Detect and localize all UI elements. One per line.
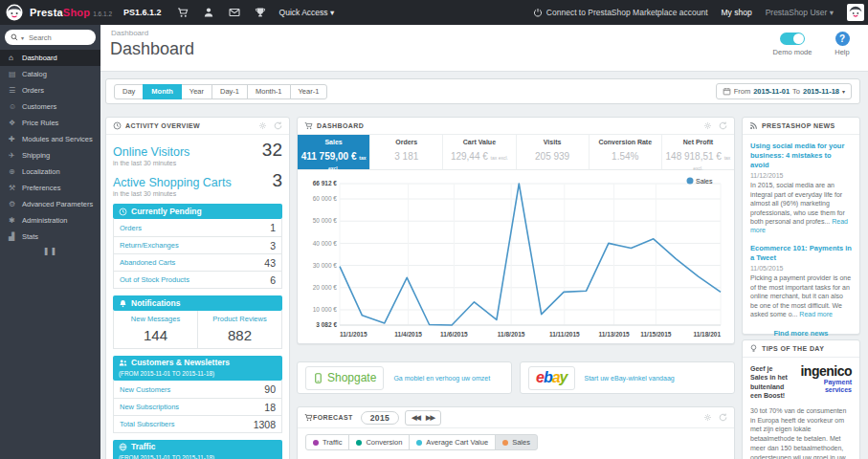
refresh-icon[interactable]	[274, 121, 282, 130]
search-input[interactable]	[27, 33, 82, 43]
shopgate-link[interactable]: Ga mobiel en verhoog uw omzet	[393, 375, 490, 382]
news-item-title[interactable]: Using social media for your business: 4 …	[750, 142, 852, 169]
sidebar-item-localization[interactable]: ⊕Localization	[0, 164, 100, 180]
tips-panel-header: TIPS OF THE DAY	[743, 340, 859, 358]
quick-access-menu[interactable]: Quick Access ▾	[279, 8, 335, 17]
new-customers-row[interactable]: New Customers90	[114, 381, 281, 398]
news-item: Using social media for your business: 4 …	[750, 142, 852, 235]
cart-shortcut-icon[interactable]	[177, 7, 189, 18]
gear-icon[interactable]	[258, 121, 267, 130]
ebay-logo: ebay	[528, 366, 575, 390]
row-value: 6	[270, 274, 276, 286]
sidebar-item-modules[interactable]: ✚Modules and Services	[0, 131, 100, 147]
refresh-icon[interactable]	[719, 121, 727, 130]
sidebar-item-preferences[interactable]: ⚒Preferences	[0, 180, 100, 196]
sidebar-item-administration[interactable]: ✱Administration	[0, 212, 100, 229]
news-panel-title: PRESTASHOP NEWS	[762, 122, 835, 129]
sidebar-collapse-icon[interactable]: ❚❚	[0, 247, 100, 255]
customers-shortcut-icon[interactable]	[203, 7, 214, 18]
refresh-icon[interactable]	[719, 413, 727, 422]
help-button[interactable]: ? Help	[828, 32, 857, 56]
filter-month-button[interactable]: Month	[143, 84, 182, 99]
kpi-tab-cart-value[interactable]: Cart Value129,44 € tax excl.	[443, 135, 516, 169]
kpi-tab-visits[interactable]: Visits205 939	[517, 135, 590, 169]
trophy-shortcut-icon[interactable]	[255, 7, 266, 18]
filter-year-button[interactable]: Year	[181, 84, 212, 99]
stats-icon: ▟	[9, 232, 22, 241]
search-icon	[11, 33, 18, 41]
filter-year-1-button[interactable]: Year-1	[290, 84, 328, 99]
legend-label: Traffic	[323, 438, 342, 447]
sales-line-chart[interactable]: 3 082 €10 000 €20 000 €30 000 €40 000 €5…	[305, 172, 726, 340]
demo-mode-toggle[interactable]	[780, 33, 805, 45]
gear-icon[interactable]	[703, 121, 712, 130]
legend-average-cart-value-button[interactable]: Average Cart Value	[409, 434, 496, 450]
next-year-icon[interactable]: ▶▶	[426, 414, 434, 422]
ebay-banner[interactable]: ebay Start uw eBay-winkel vandaag	[520, 361, 735, 394]
row-value: 1308	[254, 419, 276, 430]
kpi-tab-conversion-rate[interactable]: Conversion Rate1.54%	[590, 135, 662, 169]
legend-traffic-button[interactable]: Traffic	[305, 434, 349, 450]
new-subscriptions-row[interactable]: New Subscriptions18	[114, 398, 281, 415]
prestashop-logo-icon[interactable]	[6, 4, 23, 21]
search-scope-caret-icon[interactable]: ▾	[21, 34, 24, 41]
news-item-excerpt: Picking a payment provider is one of the…	[750, 273, 852, 318]
from-label: From	[734, 87, 751, 96]
news-item-title[interactable]: Ecommerce 101: Payments in a Tweet	[750, 244, 852, 263]
new-messages-cell[interactable]: New Messages144	[114, 311, 197, 348]
messages-shortcut-icon[interactable]	[229, 7, 240, 18]
phone-icon	[313, 372, 323, 384]
svg-text:11/6/2015: 11/6/2015	[440, 331, 468, 338]
product-reviews-cell[interactable]: Product Reviews882	[197, 311, 281, 348]
legend-conversion-button[interactable]: Conversion	[348, 434, 410, 450]
traffic-title: Traffic	[131, 442, 156, 452]
sidebar-search[interactable]: ▾	[5, 30, 96, 45]
ingenico-logo[interactable]: ingenico Payment services	[792, 364, 852, 401]
kpi-label: Sales	[298, 139, 369, 145]
customers-icon: ☺	[9, 102, 22, 111]
lightbulb-icon	[749, 344, 758, 353]
filter-month-1-button[interactable]: Month-1	[247, 84, 291, 99]
my-shop-link[interactable]: My shop	[722, 8, 752, 17]
pending-row-orders[interactable]: Orders1	[114, 219, 281, 236]
shopgate-banner[interactable]: Shopgate Ga mobiel en verhoog uw omzet	[297, 361, 512, 394]
forecast-year-pill[interactable]: 2015	[361, 411, 400, 425]
user-avatar[interactable]	[847, 4, 864, 21]
filter-day-button[interactable]: Day	[114, 84, 144, 99]
sidebar-item-orders[interactable]: ☰Orders	[0, 82, 100, 98]
find-more-news-link[interactable]: Find more news	[750, 329, 852, 338]
legend-sales-button[interactable]: Sales	[495, 434, 538, 450]
gear-icon[interactable]	[703, 413, 712, 422]
ebay-link[interactable]: Start uw eBay-winkel vandaag	[585, 375, 675, 382]
online-visitors-link[interactable]: Online Visitors	[113, 145, 189, 159]
pending-row-returns[interactable]: Return/Exchanges3	[114, 236, 281, 253]
read-more-link[interactable]: Read more	[799, 311, 833, 317]
sidebar-item-label: Administration	[22, 216, 68, 225]
kpi-tab-orders[interactable]: Orders3 181	[370, 135, 443, 169]
sidebar-item-stats[interactable]: ▟Stats	[0, 229, 100, 245]
pending-row-out-of-stock[interactable]: Out of Stock Products6	[114, 271, 281, 288]
sidebar-item-price-rules[interactable]: ❖Price Rules	[0, 115, 100, 131]
sidebar-item-catalog[interactable]: ▤Catalog	[0, 66, 100, 82]
svg-text:11/18/201: 11/18/201	[693, 331, 721, 338]
user-menu[interactable]: PrestaShop User ▾	[766, 8, 834, 17]
row-value: 18	[264, 402, 276, 413]
date-range-picker[interactable]: From 2015-11-01 To 2015-11-18 ▾	[716, 83, 852, 99]
pending-row-abandoned-carts[interactable]: Abandoned Carts43	[114, 253, 281, 271]
active-carts-link[interactable]: Active Shopping Carts	[113, 176, 232, 189]
marketplace-link[interactable]: Connect to PrestaShop Marketplace accoun…	[533, 8, 708, 17]
breadcrumb[interactable]: Dashboard	[111, 29, 148, 37]
sidebar-item-dashboard[interactable]: ⌂Dashboard	[0, 50, 100, 66]
version-label: 1.6.1.2	[93, 11, 112, 17]
panel-tools	[703, 121, 727, 130]
total-subscribers-row[interactable]: Total Subscribers1308	[114, 415, 281, 432]
sidebar-item-shipping[interactable]: ✈Shipping	[0, 147, 100, 164]
brand-shop: Shop	[63, 7, 90, 18]
sidebar-item-advanced-parameters[interactable]: ⚙Advanced Parameters	[0, 196, 100, 212]
topbar-right: Connect to PrestaShop Marketplace accoun…	[533, 4, 864, 21]
sidebar-item-customers[interactable]: ☺Customers	[0, 98, 100, 115]
previous-year-icon[interactable]: ◀◀	[412, 414, 420, 422]
filter-day-1-button[interactable]: Day-1	[211, 84, 248, 99]
kpi-tab-sales[interactable]: Sales411 759,00 € tax excl.	[298, 135, 370, 169]
kpi-tab-net-profit[interactable]: Net Profit148 918,51 € tax excl.	[662, 135, 734, 169]
